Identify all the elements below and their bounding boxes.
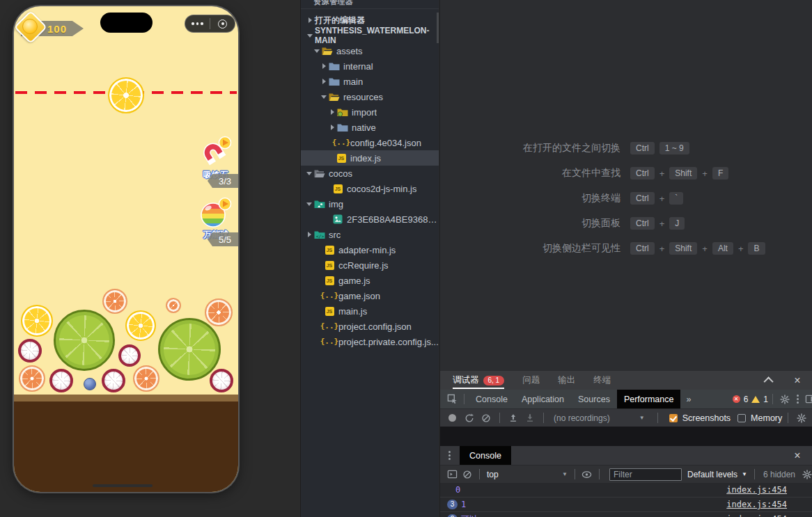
fruit-lemon bbox=[21, 305, 53, 337]
panel-tab-console[interactable]: Console bbox=[469, 390, 515, 408]
eye-icon bbox=[581, 470, 592, 479]
log-levels-select[interactable]: Default levels ▼ bbox=[687, 470, 747, 479]
item-rainbow-ball-count: 5/5 bbox=[208, 232, 238, 246]
tree-item-game-js[interactable]: JSgame.js bbox=[301, 273, 439, 288]
key-chip: Alt bbox=[712, 242, 733, 255]
ball-count-text: 5/5 bbox=[219, 234, 231, 245]
warning-icon[interactable] bbox=[751, 396, 760, 403]
fruit-mangosteen bbox=[49, 369, 73, 392]
editor-shortcuts-hint: 在打开的文件之间切换Ctrl1 ~ 9在文件中查找Ctrl+Shift+F切换终… bbox=[502, 136, 765, 261]
capsule-close-button[interactable] bbox=[210, 15, 235, 32]
tab-label: 问题 bbox=[522, 374, 540, 386]
tree-item-ccrequire-js[interactable]: JSccRequire.js bbox=[301, 257, 439, 273]
save-profile-button[interactable] bbox=[522, 411, 538, 426]
close-drawer-button[interactable]: × bbox=[790, 448, 805, 463]
tree-item-adapter-min-js[interactable]: JSadapter-min.js bbox=[301, 242, 439, 257]
tree-item-main-js[interactable]: JSmain.js bbox=[301, 303, 439, 319]
tree-item-img[interactable]: img bbox=[301, 196, 439, 212]
panel-tab-sources[interactable]: Sources bbox=[571, 390, 617, 408]
json-file-icon: {..} bbox=[324, 337, 335, 347]
tree-item-project-config-json[interactable]: {..}project.config.json bbox=[301, 319, 439, 334]
dock-side-button[interactable] bbox=[802, 392, 812, 407]
tree-item-2f3e6b8a4be936870-[interactable]: 2F3E6B8A4BE936870... bbox=[301, 212, 439, 227]
record-button[interactable] bbox=[448, 414, 456, 422]
tree-item-label: game.js bbox=[338, 276, 370, 286]
tree-item-import[interactable]: import bbox=[301, 104, 439, 120]
tree-item-label: main.js bbox=[338, 306, 367, 317]
drawer-menu-button[interactable] bbox=[444, 448, 454, 463]
context-select[interactable]: top ▼ bbox=[487, 470, 568, 479]
source-location-link[interactable]: index.js:454 bbox=[726, 485, 787, 495]
live-expression-button[interactable] bbox=[579, 467, 595, 482]
console-toolbar: top ▼ Default levels ▼ 6 hidden bbox=[440, 465, 812, 483]
inspect-element-button[interactable] bbox=[444, 392, 460, 407]
shortcut-label: 切换面板 bbox=[502, 217, 620, 230]
console-drawer-tab[interactable]: Console bbox=[460, 446, 511, 465]
file-explorer-panel: 资源管理器 打开的编辑器 SYNTHESIS_WATERMELON-MAIN a… bbox=[300, 0, 439, 517]
plus-separator: + bbox=[659, 193, 665, 204]
source-location-link[interactable]: index.js:454 bbox=[726, 514, 787, 517]
load-profile-button[interactable] bbox=[506, 411, 521, 426]
tree-item-resources[interactable]: resources bbox=[301, 89, 439, 104]
tree-item-label: project.config.json bbox=[338, 321, 412, 332]
screenshots-checkbox[interactable] bbox=[669, 414, 678, 422]
more-panels-button[interactable]: » bbox=[680, 395, 696, 404]
tree-item-index-js[interactable]: JSindex.js bbox=[301, 150, 439, 166]
tree-item-main[interactable]: main bbox=[301, 74, 439, 89]
memory-checkbox[interactable] bbox=[737, 414, 746, 422]
workspace-root-section[interactable]: SYNTHESIS_WATERMELON-MAIN bbox=[301, 28, 439, 43]
warning-count[interactable]: 1 bbox=[763, 395, 768, 404]
devtools-settings-button[interactable] bbox=[777, 392, 793, 407]
more-dots-icon bbox=[192, 22, 203, 25]
divider bbox=[772, 394, 773, 404]
perf-settings-button[interactable] bbox=[794, 411, 809, 426]
clear-recordings-button[interactable] bbox=[478, 411, 494, 426]
tab-label: 终端 bbox=[593, 374, 611, 386]
devtools-menu-button[interactable] bbox=[793, 392, 802, 407]
shortcut-keys: Ctrl+Shift+Alt+B bbox=[630, 242, 765, 255]
console-sidebar-button[interactable] bbox=[444, 467, 460, 482]
chevron-down-icon bbox=[313, 47, 322, 55]
reload-and-record-button[interactable] bbox=[462, 411, 477, 426]
collapse-panel-button[interactable] bbox=[762, 373, 777, 388]
tree-item-src[interactable]: </>src bbox=[301, 227, 439, 242]
console-filter-input[interactable] bbox=[609, 468, 682, 481]
tree-item-game-json[interactable]: {..}game.json bbox=[301, 288, 439, 303]
tree-item-native[interactable]: native bbox=[301, 120, 439, 135]
tree-item-cocos[interactable]: cocos bbox=[301, 166, 439, 181]
devtools-tab-output[interactable]: 输出 bbox=[558, 371, 575, 390]
explorer-scrollbar[interactable] bbox=[437, 13, 439, 43]
close-panel-button[interactable]: × bbox=[790, 373, 805, 388]
devtools-tab-debugger[interactable]: 调试器6, 1 bbox=[453, 371, 504, 390]
console-settings-button[interactable] bbox=[799, 467, 812, 482]
tree-item-assets[interactable]: assets bbox=[301, 43, 439, 58]
panel-tab-performance[interactable]: Performance bbox=[617, 390, 681, 408]
tree-item-label: ccRequire.js bbox=[338, 260, 389, 271]
plus-separator: + bbox=[659, 244, 665, 254]
hidden-messages-count[interactable]: 6 hidden bbox=[763, 470, 795, 479]
source-location-link[interactable]: index.js:454 bbox=[726, 500, 787, 509]
capsule-menu-button[interactable] bbox=[185, 15, 210, 32]
recordings-select[interactable]: (no recordings) bbox=[554, 413, 610, 423]
tree-item-cocos2d-js-min-js[interactable]: JScocos2d-js-min.js bbox=[301, 181, 439, 196]
tree-item-label: project.private.config.js... bbox=[338, 337, 439, 347]
key-chip: Ctrl bbox=[630, 192, 655, 205]
tree-item-internal[interactable]: internal bbox=[301, 58, 439, 74]
clear-icon bbox=[462, 470, 472, 479]
clear-console-button[interactable] bbox=[460, 467, 475, 482]
panel-tab-application[interactable]: Application bbox=[515, 390, 571, 408]
devtools-tab-problems[interactable]: 问题 bbox=[522, 371, 540, 390]
error-icon[interactable]: ✕ bbox=[733, 395, 740, 403]
fruit-mangosteen bbox=[210, 369, 233, 392]
devtools-tab-terminal[interactable]: 终端 bbox=[593, 371, 611, 390]
error-count[interactable]: 6 bbox=[744, 395, 749, 404]
console-messages: 0index.js:45431index.js:4542可以...index.j… bbox=[440, 483, 812, 517]
tree-item-label: assets bbox=[336, 46, 363, 56]
tree-item-config-4e034-json[interactable]: {..}config.4e034.json bbox=[301, 135, 439, 150]
divider bbox=[543, 413, 544, 423]
tree-item-project-private-config-js-[interactable]: {..}project.private.config.js... bbox=[301, 334, 439, 349]
fruit-orange bbox=[133, 365, 159, 392]
console-drawer-header: Console × bbox=[440, 446, 812, 465]
coin-icon bbox=[22, 19, 38, 34]
chevron-right-icon bbox=[305, 230, 314, 239]
